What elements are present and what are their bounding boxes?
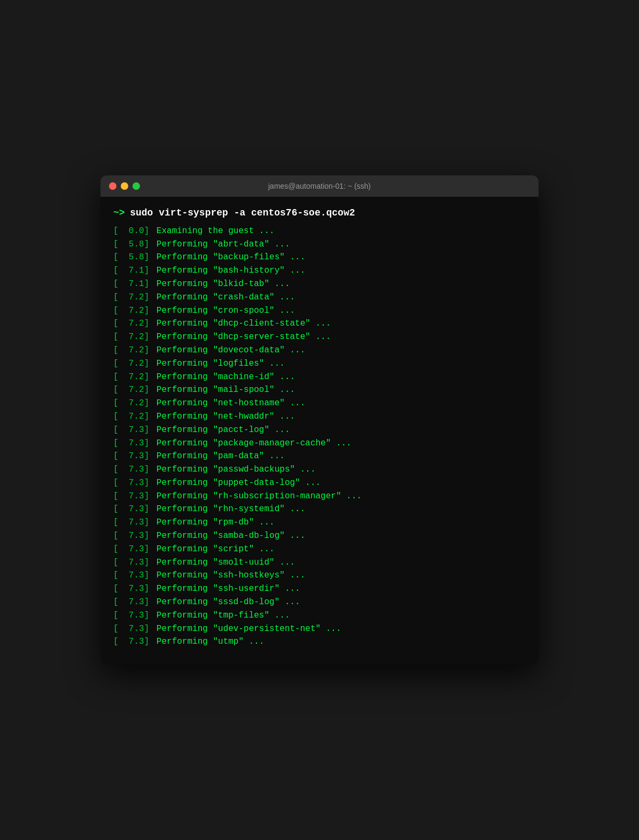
bracket-open: [ [113, 317, 119, 330]
action-text: Performing "blkid-tab" ... [151, 278, 290, 291]
bracket-open: [ [113, 291, 119, 304]
bracket-open: [ [113, 423, 119, 437]
ellipsis: ... [279, 306, 295, 315]
bracket-close: ] [144, 543, 150, 556]
log-line: [ 7.1] Performing "blkid-tab" ... [113, 278, 526, 291]
bracket-close: ] [144, 556, 150, 569]
action-text: Performing "dhcp-server-state" ... [151, 330, 331, 344]
ellipsis: ... [285, 584, 300, 594]
timestamp: 7.3 [119, 463, 144, 476]
bracket-open: [ [113, 596, 119, 609]
action-text: Performing "abrt-data" ... [151, 238, 290, 251]
timestamp: 7.3 [119, 609, 144, 622]
timestamp: 7.2 [119, 410, 144, 423]
action-text: Performing "package-manager-cache" ... [151, 437, 351, 450]
timestamp: 7.2 [119, 344, 144, 357]
timestamp: 7.1 [119, 278, 144, 291]
ellipsis: ... [290, 266, 305, 275]
log-line: [ 7.3] Performing "ssh-hostkeys" ... [113, 569, 526, 582]
bracket-close: ] [144, 330, 150, 344]
quoted-text: "script" [213, 544, 254, 554]
log-line: [ 7.3] Performing "rpm-db" ... [113, 516, 526, 529]
bracket-open: [ [113, 410, 119, 423]
ellipsis: ... [259, 518, 275, 527]
bracket-open: [ [113, 304, 119, 318]
log-line: [ 7.3] Performing "ssh-userdir" ... [113, 582, 526, 596]
bracket-open: [ [113, 251, 119, 264]
quoted-text: "ssh-hostkeys" [213, 571, 284, 580]
timestamp: 7.2 [119, 397, 144, 410]
quoted-text: "puppet-data-log" [213, 478, 300, 488]
action-text: Performing "rh-subscription-manager" ... [151, 490, 362, 503]
ellipsis: ... [326, 624, 341, 634]
window-title: james@automation-01: ~ (ssh) [268, 182, 371, 190]
action-text: Performing "net-hwaddr" ... [151, 410, 295, 423]
bracket-close: ] [144, 463, 150, 476]
action-text: Performing "ssh-hostkeys" ... [151, 569, 305, 582]
bracket-close: ] [144, 251, 150, 264]
log-line: [ 7.3] Performing "rh-subscription-manag… [113, 490, 526, 503]
timestamp: 7.2 [119, 304, 144, 318]
bracket-close: ] [144, 238, 150, 251]
log-line: [ 0.0] Examining the guest ... [113, 225, 526, 238]
quoted-text: "pacct-log" [213, 425, 269, 435]
ellipsis: ... [279, 412, 295, 421]
prompt: ~> [113, 207, 125, 218]
log-output: [ 0.0] Examining the guest ...[ 5.8] Per… [113, 225, 526, 649]
action-text: Performing "net-hostname" ... [151, 397, 305, 410]
bracket-close: ] [144, 569, 150, 582]
bracket-close: ] [144, 304, 150, 318]
bracket-close: ] [144, 291, 150, 304]
timestamp: 7.1 [119, 264, 144, 278]
action-text: Performing "passwd-backups" ... [151, 463, 315, 476]
timestamp: 7.3 [119, 569, 144, 582]
timestamp: 7.3 [119, 635, 144, 649]
quoted-text: "sssd-db-log" [213, 597, 279, 607]
ellipsis: ... [305, 478, 321, 488]
bracket-open: [ [113, 383, 119, 397]
command-text: sudo virt-sysprep -a centos76-soe.qcow2 [130, 207, 355, 218]
close-button[interactable] [109, 182, 116, 190]
bracket-close: ] [144, 476, 150, 490]
bracket-close: ] [144, 529, 150, 543]
timestamp: 0.0 [119, 225, 144, 238]
ellipsis: ... [269, 451, 285, 461]
action-text: Performing "udev-persistent-net" ... [151, 622, 341, 636]
bracket-open: [ [113, 278, 119, 291]
title-bar: james@automation-01: ~ (ssh) [100, 175, 539, 197]
minimize-button[interactable] [121, 182, 128, 190]
ellipsis: ... [290, 345, 305, 355]
bracket-open: [ [113, 330, 119, 344]
bracket-close: ] [144, 503, 150, 516]
quoted-text: "rpm-db" [213, 518, 254, 527]
bracket-close: ] [144, 264, 150, 278]
action-text: Performing "utmp" ... [151, 635, 264, 649]
log-line: [ 7.2] Performing "machine-id" ... [113, 371, 526, 384]
log-line: [ 7.3] Performing "samba-db-log" ... [113, 529, 526, 543]
timestamp: 7.3 [119, 490, 144, 503]
quoted-text: "blkid-tab" [213, 279, 269, 289]
timestamp: 7.3 [119, 529, 144, 543]
log-line: [ 7.1] Performing "bash-history" ... [113, 264, 526, 278]
action-text: Performing "rhn-systemid" ... [151, 503, 305, 516]
action-text: Performing "dhcp-client-state" ... [151, 317, 331, 330]
bracket-close: ] [144, 225, 150, 238]
action-text: Performing "smolt-uuid" ... [151, 556, 295, 569]
timestamp: 7.3 [119, 476, 144, 490]
timestamp: 7.2 [119, 317, 144, 330]
bracket-open: [ [113, 503, 119, 516]
quoted-text: "package-manager-cache" [213, 438, 331, 448]
quoted-text: "ssh-userdir" [213, 584, 279, 594]
ellipsis: ... [275, 279, 290, 289]
bracket-open: [ [113, 264, 119, 278]
bracket-close: ] [144, 609, 150, 622]
timestamp: 7.3 [119, 596, 144, 609]
timestamp: 7.3 [119, 450, 144, 463]
bracket-close: ] [144, 397, 150, 410]
maximize-button[interactable] [133, 182, 140, 190]
quoted-text: "rhn-systemid" [213, 504, 284, 514]
timestamp: 7.3 [119, 437, 144, 450]
ellipsis: ... [290, 571, 305, 580]
action-text: Performing "tmp-files" ... [151, 609, 290, 622]
action-text: Performing "samba-db-log" ... [151, 529, 305, 543]
